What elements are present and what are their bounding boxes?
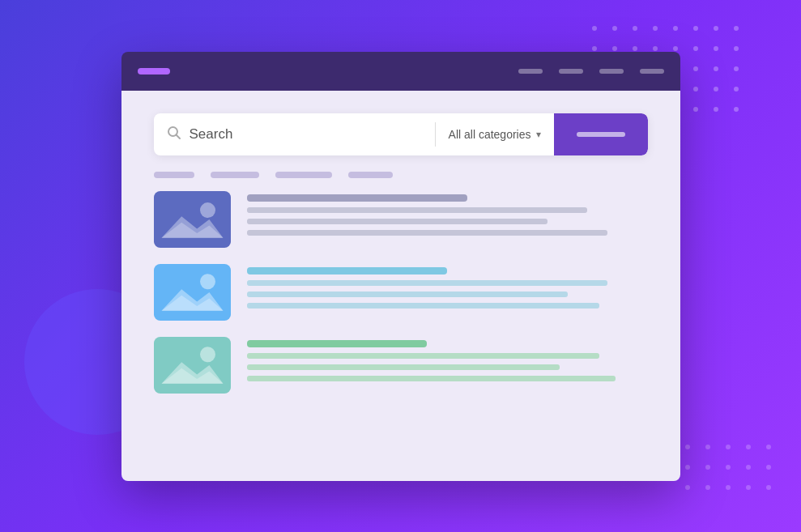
mountain-icon-3	[154, 337, 231, 394]
browser-toolbar	[121, 52, 680, 91]
toolbar-nav	[518, 69, 664, 74]
svg-point-45	[685, 465, 690, 470]
svg-point-52	[726, 485, 731, 490]
result-line-3-3	[247, 376, 616, 381]
result-title-1	[247, 194, 467, 202]
svg-point-62	[200, 347, 215, 362]
svg-point-0	[592, 26, 597, 31]
result-thumbnail-1	[154, 191, 231, 248]
search-button-label	[577, 132, 625, 137]
svg-point-37	[693, 107, 698, 112]
result-title-2	[247, 267, 448, 275]
nav-item-3[interactable]	[599, 69, 624, 74]
search-area: Search All all categories ▾	[121, 91, 680, 172]
svg-point-15	[734, 46, 739, 51]
browser-window: Search All all categories ▾	[121, 52, 680, 481]
svg-point-31	[734, 87, 739, 92]
svg-line-56	[176, 134, 180, 138]
search-bar: Search All all categories ▾	[154, 113, 648, 155]
result-content-2	[247, 264, 648, 309]
svg-rect-61	[154, 337, 231, 392]
svg-point-9	[612, 46, 617, 51]
svg-point-51	[705, 485, 710, 490]
nav-item-4[interactable]	[640, 69, 664, 74]
result-title-3	[247, 340, 428, 347]
browser-content: Search All all categories ▾	[121, 91, 680, 481]
mountain-icon-2	[154, 264, 231, 321]
svg-point-60	[200, 274, 215, 289]
result-line-3-1	[247, 353, 600, 359]
category-dropdown[interactable]: All all categories ▾	[436, 128, 554, 141]
result-line-1-2	[247, 219, 547, 224]
svg-point-5	[693, 26, 698, 31]
svg-point-43	[746, 445, 751, 449]
svg-point-12	[673, 46, 678, 51]
svg-point-6	[714, 26, 718, 31]
category-label: All all categories	[449, 128, 531, 141]
tabs-area	[121, 172, 680, 191]
svg-point-46	[705, 465, 710, 470]
svg-point-29	[693, 87, 698, 92]
svg-point-2	[633, 26, 637, 31]
result-line-2-3	[247, 303, 600, 309]
tab-4[interactable]	[348, 172, 393, 178]
svg-point-47	[726, 465, 731, 470]
svg-point-40	[685, 445, 690, 449]
tab-3[interactable]	[275, 172, 332, 178]
result-content-3	[247, 337, 648, 381]
svg-point-38	[714, 107, 718, 112]
svg-point-48	[746, 465, 751, 470]
tab-2[interactable]	[211, 172, 259, 178]
search-button[interactable]	[554, 113, 648, 155]
svg-point-21	[693, 66, 698, 71]
svg-point-1	[612, 26, 617, 31]
svg-point-54	[766, 485, 771, 490]
svg-point-42	[726, 445, 731, 449]
search-input-section[interactable]: Search	[154, 126, 435, 143]
svg-point-58	[200, 202, 215, 218]
svg-point-4	[673, 26, 678, 31]
svg-point-44	[766, 445, 771, 449]
svg-rect-57	[154, 191, 231, 246]
svg-point-14	[714, 46, 718, 51]
result-thumbnail-3	[154, 337, 231, 394]
svg-point-50	[685, 485, 690, 490]
svg-point-8	[592, 46, 597, 51]
chevron-down-icon: ▾	[536, 129, 541, 140]
svg-point-41	[705, 445, 710, 449]
result-item-1[interactable]	[154, 191, 648, 248]
svg-point-11	[653, 46, 658, 51]
svg-point-7	[734, 26, 739, 31]
search-icon	[167, 126, 181, 143]
result-thumbnail-2	[154, 264, 231, 321]
svg-point-49	[766, 465, 771, 470]
result-line-3-2	[247, 364, 560, 370]
svg-point-30	[714, 87, 718, 92]
result-content-1	[247, 191, 648, 236]
svg-point-23	[734, 66, 739, 71]
result-item-2[interactable]	[154, 264, 648, 321]
tab-1[interactable]	[154, 172, 194, 178]
svg-point-3	[653, 26, 658, 31]
result-line-1-1	[247, 207, 588, 213]
result-item-3[interactable]	[154, 337, 648, 394]
svg-point-13	[693, 46, 698, 51]
svg-point-39	[734, 107, 739, 112]
dots-decoration-bottom	[680, 439, 785, 512]
nav-item-2[interactable]	[559, 69, 583, 74]
result-line-1-3	[247, 230, 608, 236]
nav-item-1[interactable]	[518, 69, 543, 74]
svg-point-53	[746, 485, 751, 490]
result-line-2-2	[247, 292, 568, 297]
svg-point-22	[714, 66, 718, 71]
search-placeholder-text: Search	[190, 126, 233, 143]
result-line-2-1	[247, 280, 608, 286]
results-list	[121, 191, 680, 394]
mountain-icon-1	[154, 191, 231, 248]
svg-point-10	[633, 46, 637, 51]
toolbar-logo	[138, 68, 170, 74]
svg-rect-59	[154, 264, 231, 319]
